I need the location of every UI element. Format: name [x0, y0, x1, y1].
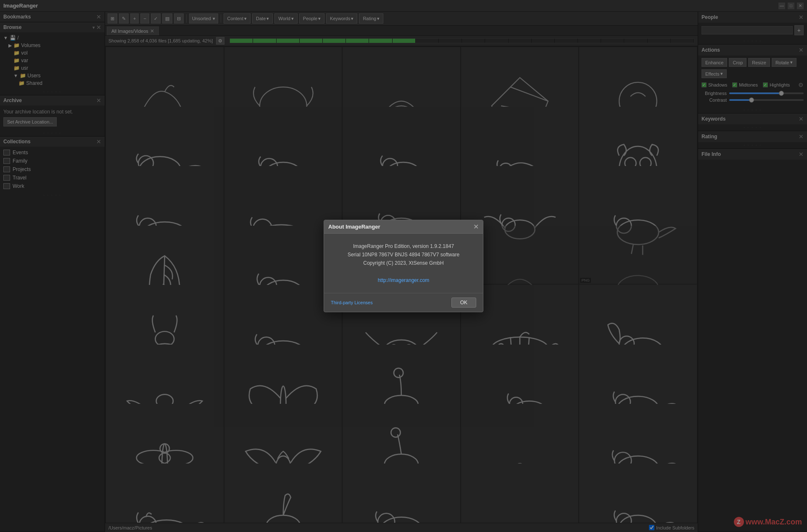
third-party-licenses-link[interactable]: Third-party Licenses [331, 300, 373, 305]
modal-url-link[interactable]: http://imageranger.com [378, 277, 430, 283]
copyright-info: Copyright (C) 2023, XtSense GmbH [332, 259, 475, 267]
about-modal: About ImageRanger ✕ ImageRanger Pro Edit… [324, 220, 483, 313]
modal-titlebar: About ImageRanger ✕ [324, 220, 483, 234]
modal-close-button[interactable]: ✕ [473, 223, 479, 231]
modal-title: About ImageRanger [328, 224, 380, 230]
product-name: ImageRanger Pro Edition, version 1.9.2.1… [332, 242, 475, 250]
serial-info: Serial 10NP8 7867V BNJS 4894 7867V7 soft… [332, 250, 475, 259]
modal-body: ImageRanger Pro Edition, version 1.9.2.1… [324, 234, 483, 293]
modal-footer: Third-party Licenses OK [324, 293, 483, 312]
modal-overlay[interactable]: About ImageRanger ✕ ImageRanger Pro Edit… [0, 0, 807, 532]
modal-ok-button[interactable]: OK [451, 298, 476, 308]
